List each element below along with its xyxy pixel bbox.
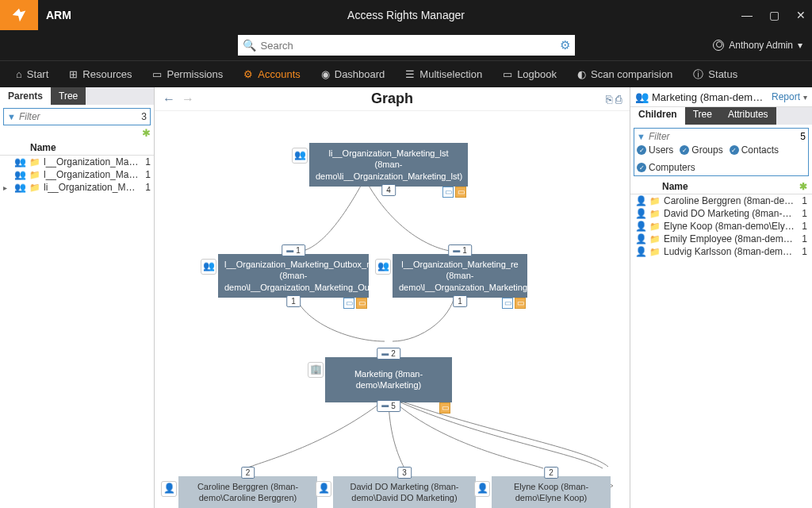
node-label: David DO Marketing (8man-demo\David DO M… [350,482,459,502]
avatar-icon [713,40,724,51]
node-parent-count[interactable]: ▬1 [282,244,305,256]
nav-scan-comparison[interactable]: ◐Scan comparision [577,68,672,80]
filter-icon: ▼ [637,132,645,141]
node-child-count[interactable]: 1 [453,295,467,307]
list-item[interactable]: 👥📁l__Organization_Marketing...1 [0,156,154,168]
node-parent-count[interactable]: 2 [544,467,558,479]
nav-status[interactable]: ⓘStatus [693,67,737,82]
list-item[interactable]: 👤📁Emily Employee (8man-demo\Emily E...1 [630,233,812,245]
folder-icon[interactable]: ▭ [442,187,454,198]
group-icon: 👥 [14,182,26,193]
list-item[interactable]: ▸👥📁li__Organization_Marketing...1 [0,181,154,194]
graph-node[interactable]: 👤 2 Elyne Koop (8man-demo\Elyne Koop) ▭ [492,476,611,508]
list-item[interactable]: 👤📁Ludvig Karlsson (8man-demo\Ludvig...1 [630,245,812,258]
nav-resources[interactable]: ⊞Resources [69,68,132,80]
resources-icon: ⊞ [69,68,78,80]
node-parent-count[interactable]: ▬1 [448,244,472,256]
node-child-count[interactable]: 1 [286,295,301,307]
search-box[interactable]: 🔍 ⚙ [238,35,575,56]
left-filter[interactable]: ▼ 3 [3,108,151,125]
node-label: Marketing (8man-demo\Marketing) [354,369,423,390]
nav-back-icon[interactable]: ← [163,92,175,106]
folder-icon[interactable]: ▭ [343,298,354,309]
folder-icon: 📁 [649,234,661,244]
graph-node[interactable]: 👤 2 Caroline Berggren (8man-demo\Carolin… [178,476,317,508]
preset-icon[interactable]: ✱ [142,127,151,139]
group-icon: 👥 [14,156,26,167]
right-panel: 👥 Marketing (8man-demo\Ma... Report ▾ Ch… [630,87,812,508]
folder-icon[interactable]: ▭ [502,298,513,309]
filter-pill-contacts[interactable]: ✓Contacts [730,144,779,156]
list-item[interactable]: 👤📁Elyne Koop (8man-demo\Elyne Koop)1 [630,220,812,233]
expand-icon[interactable]: ▸ [3,183,11,192]
search-icon: 🔍 [243,39,256,52]
search-settings-icon[interactable]: ⚙ [560,38,570,52]
left-filter-input[interactable] [19,111,141,122]
nav-start[interactable]: ⌂Start [16,68,48,80]
right-filter-count: 5 [800,131,806,142]
nav-logbook[interactable]: ▭Logbook [503,68,557,80]
user-menu[interactable]: Anthony Admin ▾ [713,40,802,51]
tab-parents[interactable]: Parents [0,87,51,105]
note-icon[interactable]: ▭ [515,298,526,309]
user-icon: 👤 [635,233,646,244]
left-filter-count: 3 [141,111,147,122]
left-name-header: Name [0,140,154,156]
nav-permissions[interactable]: ▭Permissions [152,68,223,80]
filter-pill-groups[interactable]: ✓Groups [680,144,722,156]
node-parent-count[interactable]: ▬2 [377,348,400,360]
node-child-count[interactable]: 4 [381,184,396,196]
note-icon[interactable]: ▭ [439,402,450,414]
graph-node-selected[interactable]: 🏢 ▬2 Marketing (8man-demo\Marketing) ▬5 … [325,357,452,402]
preset-icon[interactable]: ✱ [799,181,807,192]
user-icon: 👤 [635,208,646,219]
minimize-button[interactable]: — [741,9,753,21]
close-button[interactable]: ✕ [795,9,807,21]
graph-node[interactable]: 👤 3 David DO Marketing (8man-demo\David … [333,476,476,508]
right-filter-input[interactable] [649,131,797,142]
nav-accounts[interactable]: ⚙Accounts [243,68,300,80]
group-icon: 👥 [292,148,308,164]
folder-icon: 📁 [29,170,40,180]
window-title: Access Rights Manager [347,9,465,21]
left-panel: Parents Tree ▼ 3 ✱ Name 👥📁l__Organizatio… [0,87,155,508]
org-icon: 🏢 [308,362,324,378]
nav-forward-icon[interactable]: → [182,92,194,106]
search-input[interactable] [261,40,560,52]
tab-children[interactable]: Children [630,107,685,125]
nav-multiselection[interactable]: ☰Multiselection [405,68,482,80]
tab-tree[interactable]: Tree [51,87,86,105]
group-icon: 👥 [635,90,649,103]
graph-canvas[interactable]: 👥 li__Organization_Marketing_lst (8man-d… [155,111,630,508]
note-icon[interactable]: ▭ [455,187,466,198]
list-item[interactable]: 👤📁David DO Marketing (8man-demo\Da...1 [630,207,812,220]
list-item[interactable]: 👥📁l__Organization_Marketing...1 [0,168,154,181]
group-icon: 👥 [201,259,216,275]
list-item[interactable]: 👤📁Caroline Berggren (8man-demo\Caroli...… [630,194,812,207]
report-link[interactable]: Report [772,91,800,102]
node-parent-count[interactable]: 3 [397,467,412,479]
graph-node[interactable]: 👥 ▬1 l__Organization_Marketing_re (8man-… [393,254,527,298]
chevron-down-icon[interactable]: ▾ [803,93,807,102]
maximize-button[interactable]: ▢ [768,9,780,21]
folder-icon: 📁 [649,209,661,219]
graph-node[interactable]: 👥 li__Organization_Marketing_lst (8man-d… [309,143,468,187]
filter-pill-users[interactable]: ✓Users [637,144,673,156]
searchbar: 🔍 ⚙ Anthony Admin ▾ [0,30,812,60]
graph-title: Graph [371,90,413,107]
filter-pill-computers[interactable]: ✓Computers [637,162,695,173]
tab-attributes[interactable]: Attributes [720,107,776,125]
node-child-count[interactable]: ▬5 [377,400,400,412]
graph-tool-2[interactable]: ⎙ [615,93,622,106]
graph-tool-1[interactable]: ⎘ [606,93,612,106]
graph-node[interactable]: 👥 ▬1 l__Organization_Marketing_Outbox_md… [218,254,369,298]
tab-tree[interactable]: Tree [685,107,720,125]
brand-text: ARM [46,9,71,21]
nav-dashboard[interactable]: ◉Dashboard [321,68,385,80]
user-icon: 👤 [635,246,646,257]
scan-icon: ◐ [577,68,586,80]
node-parent-count[interactable]: 2 [241,467,255,479]
note-icon[interactable]: ▭ [356,298,367,309]
user-icon: 👤 [474,481,490,497]
node-label: Elyne Koop (8man-demo\Elyne Koop) [514,482,588,502]
